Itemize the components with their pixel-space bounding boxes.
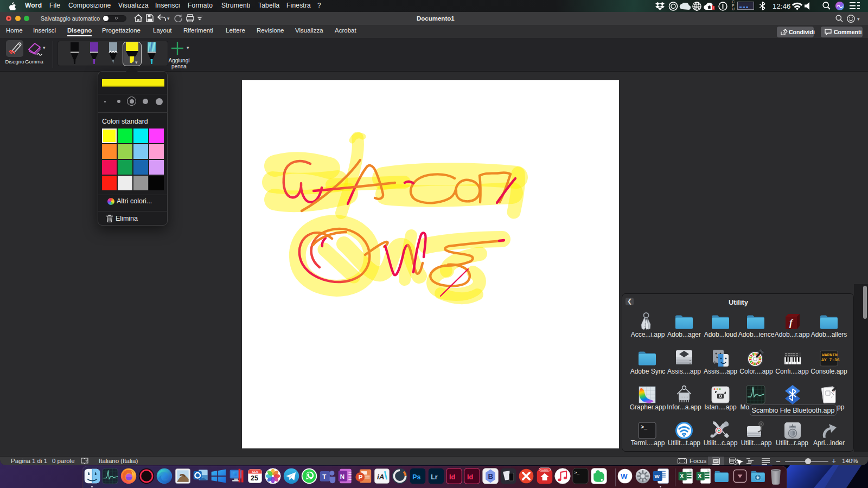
svg-text:Id: Id: [449, 473, 455, 481]
svg-text:W: W: [621, 472, 628, 480]
svg-text:>_: >_: [641, 425, 648, 431]
svg-text::::::: :::::: [680, 395, 688, 399]
svg-text:B: B: [488, 472, 493, 480]
svg-text:W: W: [655, 473, 660, 479]
svg-text:25: 25: [251, 474, 258, 482]
svg-text:AY 7:36: AY 7:36: [821, 357, 840, 362]
svg-text:Ps: Ps: [412, 473, 420, 481]
svg-text:>_: >_: [575, 470, 580, 475]
svg-text:N: N: [340, 473, 344, 480]
svg-text:X: X: [698, 473, 702, 479]
svg-text:GEN: GEN: [252, 470, 259, 473]
svg-text:P: P: [359, 474, 363, 480]
svg-text:X: X: [680, 473, 684, 479]
svg-text:WARNIN: WARNIN: [822, 352, 838, 357]
svg-text:Parallels: Parallels: [540, 468, 548, 471]
svg-text:Lr: Lr: [431, 473, 438, 481]
svg-text:Id: Id: [467, 473, 473, 481]
svg-text:iA: iA: [377, 473, 384, 481]
svg-text:T: T: [322, 473, 326, 480]
